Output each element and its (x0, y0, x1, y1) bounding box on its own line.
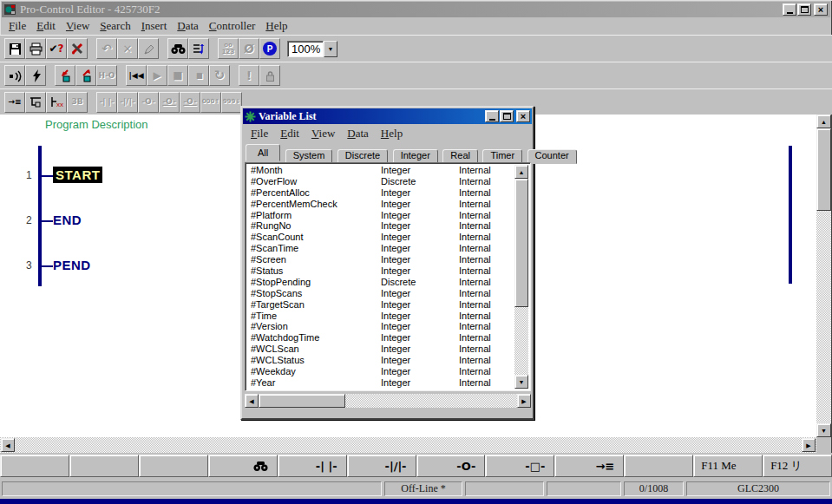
scrollbar-thumb[interactable] (259, 394, 345, 408)
edit-button[interactable] (138, 38, 159, 59)
variable-row[interactable]: #Status Integer Internal (247, 265, 514, 277)
fkey-button-1[interactable] (0, 455, 69, 477)
horizontal-scrollbar[interactable]: ◀ ▶ (0, 437, 816, 453)
fkey-f12-button[interactable]: F12 リ (763, 455, 832, 477)
minimize-button[interactable] (783, 3, 796, 16)
menu-edit[interactable]: Edit (31, 18, 61, 34)
insert-branch-button[interactable] (25, 92, 46, 113)
rewind-button[interactable]: |◀◀ (126, 65, 147, 86)
replace-button[interactable] (188, 38, 209, 59)
vl-menu-help[interactable]: Help (375, 126, 409, 141)
scrollbar-track[interactable] (0, 437, 816, 453)
variable-row[interactable]: #PercentAlloc Integer Internal (247, 187, 514, 199)
monitoring-button[interactable] (4, 65, 25, 86)
menu-insert[interactable]: Insert (136, 18, 173, 34)
variable-row[interactable]: #Year Integer Internal (247, 377, 514, 389)
variable-row[interactable]: #Month Integer Internal (247, 165, 514, 176)
maximize-button[interactable] (797, 3, 811, 16)
scroll-right-button[interactable]: ▶ (517, 394, 531, 408)
power-flow-button[interactable]: P (259, 38, 280, 59)
variable-row[interactable]: #WatchdogTime Integer Internal (247, 332, 514, 344)
vl-menu-file[interactable]: File (245, 126, 274, 141)
variable-row[interactable]: #StopPending Discrete Internal (247, 277, 514, 288)
pause-button[interactable]: ▮▮ (188, 65, 209, 86)
variable-list-window[interactable]: Variable List × File Edit View Data Help… (240, 106, 534, 420)
find-button[interactable] (167, 38, 188, 59)
insert-reset-coil-button[interactable]: -O- (180, 92, 200, 113)
variable-row[interactable]: #OverFlow Discrete Internal (247, 176, 514, 187)
menu-view[interactable]: View (61, 18, 95, 34)
scrollbar-thumb[interactable] (816, 128, 831, 211)
validate-button[interactable]: ✔? (46, 38, 67, 59)
undo-button[interactable]: ↶ (96, 38, 117, 59)
scroll-left-button[interactable]: ◀ (1, 438, 15, 452)
vl-menu-edit[interactable]: Edit (274, 126, 305, 141)
insert-contact-nc-button[interactable]: -|/|- (117, 92, 138, 113)
monitor-io-button[interactable]: H-O (96, 65, 117, 86)
insert-contact-no-button[interactable]: -| |- (96, 92, 117, 113)
variable-row[interactable]: #TargetScan Integer Internal (247, 299, 514, 311)
stop-button[interactable]: ■ (167, 65, 188, 86)
variable-list-title-bar[interactable]: Variable List × (243, 108, 532, 124)
upload-from-controller-button[interactable] (75, 65, 96, 86)
variable-row[interactable]: #WCLStatus Integer Internal (247, 355, 514, 366)
menu-help[interactable]: Help (260, 18, 292, 34)
variable-row[interactable]: #Screen Integer Internal (247, 254, 514, 265)
menu-controller[interactable]: Controller (204, 18, 260, 34)
insert-set-coil-button[interactable]: -O- (159, 92, 180, 113)
fkey-button-10[interactable] (624, 455, 693, 477)
fkey-button-2[interactable] (69, 455, 139, 477)
variable-row[interactable]: #PercentMemCheck Integer Internal (247, 199, 514, 210)
fkey-find-button[interactable] (208, 455, 278, 477)
scroll-left-button[interactable]: ◀ (245, 394, 259, 408)
fkey-instruction-button[interactable]: -□- (485, 455, 554, 477)
rung-label-start[interactable]: START (53, 167, 102, 183)
fkey-button-3[interactable] (139, 455, 208, 477)
menu-data[interactable]: Data (172, 18, 204, 34)
variable-list-hscrollbar[interactable]: ◀ ▶ (245, 394, 531, 408)
insert-down-counter-button[interactable]: 999↓ (221, 92, 242, 113)
delete-button[interactable]: ✕ (117, 38, 138, 59)
single-scan-button[interactable]: ↻ (209, 65, 230, 86)
variable-list-vscrollbar[interactable]: ▲ ▼ (514, 165, 528, 389)
zoom-value[interactable]: 100% (287, 41, 324, 57)
print-button[interactable] (25, 38, 46, 59)
variable-row[interactable]: #ScanCount Integer Internal (247, 232, 514, 243)
title-bar[interactable]: Pro-Control Editor - 425730F2 × (2, 2, 830, 17)
insert-subroutine-button[interactable]: 3B (67, 92, 88, 113)
variable-row[interactable]: #StopScans Integer Internal (247, 288, 514, 299)
rung-label-end[interactable]: END (53, 213, 82, 227)
tab-all[interactable]: All (246, 144, 280, 161)
insert-coil-button[interactable]: -O- (138, 92, 159, 113)
menu-file[interactable]: File (3, 18, 31, 34)
fkey-coil-button[interactable]: -O- (416, 455, 486, 477)
variable-row[interactable]: #Platform Integer Internal (247, 210, 514, 221)
insert-label-button[interactable]: xx (46, 92, 67, 113)
scroll-down-button[interactable]: ▼ (816, 423, 831, 437)
fkey-insert-rung-button[interactable]: →≡ (554, 455, 624, 477)
fkey-f11-button[interactable]: F11 Me (693, 455, 763, 477)
zoom-combo[interactable]: 100% ▼ (287, 41, 337, 57)
vl-menu-view[interactable]: View (305, 126, 341, 141)
scrollbar-thumb[interactable] (514, 179, 528, 307)
force-button[interactable] (25, 65, 46, 86)
fkey-contact-no-button[interactable]: -| |- (278, 455, 347, 477)
close-button[interactable]: × (516, 110, 530, 122)
variable-row[interactable]: #Time Integer Internal (247, 311, 514, 322)
scroll-up-button[interactable]: ▲ (514, 165, 528, 179)
close-button[interactable]: × (814, 3, 828, 16)
minimize-button[interactable] (485, 110, 499, 122)
fkey-contact-nc-button[interactable]: -|/|- (347, 455, 416, 477)
maximize-button[interactable] (500, 110, 514, 122)
variable-row[interactable]: #Weekday Integer Internal (247, 366, 514, 377)
download-to-controller-button[interactable] (55, 65, 75, 86)
scroll-right-button[interactable]: ▶ (802, 438, 816, 452)
program-description[interactable]: Program Description (45, 118, 148, 131)
insert-up-counter-button[interactable]: 000↑ (200, 92, 221, 113)
menu-search[interactable]: Search (95, 18, 135, 34)
save-button[interactable] (4, 38, 25, 59)
variable-row[interactable]: #Version Integer Internal (247, 321, 514, 332)
disable-output-button[interactable]: Ø (239, 38, 259, 59)
scroll-down-button[interactable]: ▼ (514, 375, 528, 389)
security-button[interactable] (259, 65, 280, 86)
